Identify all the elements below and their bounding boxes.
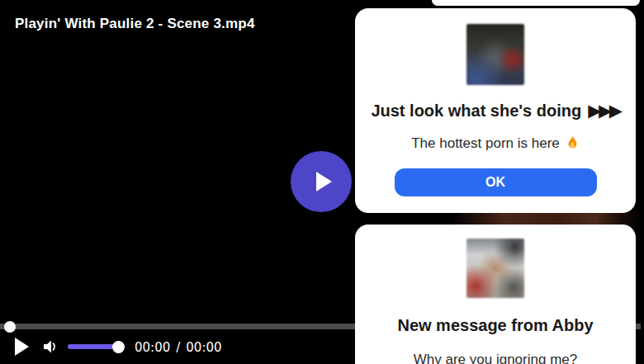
time-display: 00:00/00:00 bbox=[135, 340, 222, 355]
play-button[interactable] bbox=[15, 338, 29, 356]
volume-thumb[interactable] bbox=[112, 341, 125, 353]
popup-ad-1[interactable]: Just look what she's doing▶▶▶ The hottes… bbox=[355, 8, 636, 213]
popup-message: The hottest porn is here bbox=[355, 135, 636, 152]
progress-thumb[interactable] bbox=[4, 321, 16, 333]
popup-message: Why are you ignoring me? bbox=[355, 352, 636, 364]
popup-heading: Just look what she's doing▶▶▶ bbox=[365, 102, 626, 121]
duration: 00:00 bbox=[186, 340, 221, 355]
play-icon bbox=[316, 172, 332, 191]
speaker-icon bbox=[42, 338, 59, 355]
current-time: 00:00 bbox=[135, 340, 170, 355]
big-play-button[interactable] bbox=[291, 151, 352, 212]
popup-ad-2[interactable]: New message from Abby Why are you ignori… bbox=[355, 225, 636, 364]
time-separator: / bbox=[176, 340, 180, 355]
video-title: Playin' With Paulie 2 - Scene 3.mp4 bbox=[15, 16, 255, 32]
ok-button[interactable]: OK bbox=[395, 168, 597, 196]
popup-thumbnail[interactable] bbox=[466, 24, 524, 85]
popup-thumbnail[interactable] bbox=[466, 239, 524, 298]
fire-icon bbox=[566, 135, 580, 150]
triple-arrow-icon: ▶▶▶ bbox=[588, 101, 619, 121]
mute-button[interactable] bbox=[42, 338, 59, 355]
popup-heading: New message from Abby bbox=[365, 316, 626, 334]
video-player-page: Playin' With Paulie 2 - Scene 3.mp4 00:0… bbox=[0, 0, 644, 364]
popup-card-peek[interactable] bbox=[432, 0, 640, 6]
